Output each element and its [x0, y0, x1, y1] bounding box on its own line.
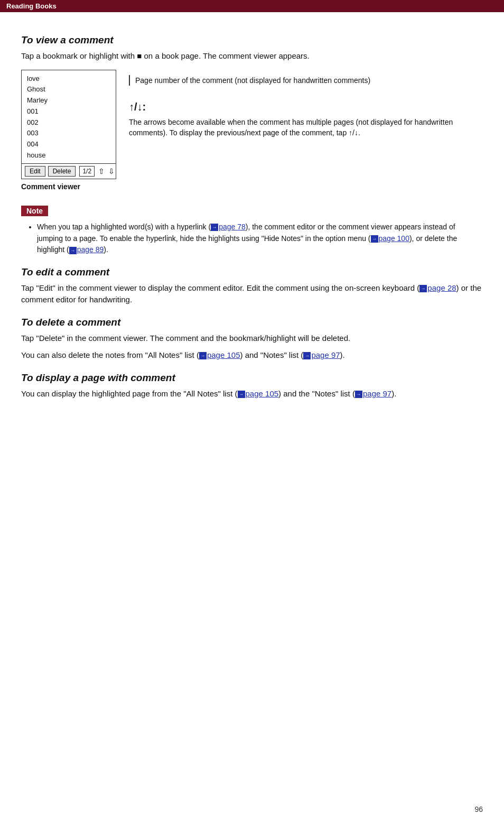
delete-body2-pre: You can also delete the notes from "All …: [21, 350, 199, 359]
note-link3[interactable]: page 89: [77, 245, 104, 254]
display-page-body: You can display the highlighted page fro…: [21, 388, 483, 400]
delete-comment-body2: You can also delete the notes from "All …: [21, 349, 483, 362]
main-content: To view a comment Tap a bookmark or high…: [0, 12, 504, 426]
page-indicator: 1/2: [79, 166, 95, 177]
view-comment-body1: Tap a bookmark or highlight with: [21, 51, 135, 60]
header-label: Reading Books: [6, 2, 57, 10]
display-body-pre: You can display the highlighted page fro…: [21, 389, 238, 398]
link-icon-3: →: [69, 247, 77, 254]
list-item: Marley: [27, 95, 110, 106]
link-icon-d2: →: [303, 352, 311, 359]
note-item-1: When you tap a highlighted word(s) with …: [37, 221, 483, 256]
list-item: Ghost: [27, 84, 110, 95]
link-icon-1: →: [211, 224, 218, 231]
delete-link2[interactable]: page 97: [311, 350, 340, 359]
link-icon-dp2: →: [355, 391, 362, 398]
comment-viewer-annotations: Page number of the comment (not displaye…: [129, 70, 483, 138]
comment-viewer-list: love Ghost Marley 001 002 003 004 house: [22, 70, 116, 163]
annotation2-text: The arrows become available when the com…: [129, 117, 483, 138]
page-number: 96: [474, 805, 483, 813]
note-label: Note: [21, 206, 48, 216]
link-icon-edit: →: [419, 285, 427, 292]
display-link2[interactable]: page 97: [363, 389, 391, 398]
edit-comment-body: Tap "Edit" in the comment viewer to disp…: [21, 282, 483, 306]
note-bullet1-end: ).: [104, 245, 108, 254]
list-item: 004: [27, 139, 110, 150]
header-bar: Reading Books: [0, 0, 504, 12]
section-edit-comment-title: To edit a comment: [21, 266, 483, 278]
comment-viewer-illustration: love Ghost Marley 001 002 003 004 house …: [21, 70, 116, 191]
list-item: love: [27, 73, 110, 85]
comment-viewer-box: love Ghost Marley 001 002 003 004 house …: [21, 70, 116, 179]
edit-link1[interactable]: page 28: [427, 283, 456, 292]
link-icon-d1: →: [199, 352, 207, 359]
note-list: When you tap a highlighted word(s) with …: [21, 221, 483, 256]
arrow-symbol: ↑/↓:: [129, 99, 483, 115]
delete-body2-mid: ) and "Notes" list (: [240, 350, 304, 359]
display-body-mid: ) and the "Notes" list (: [278, 389, 355, 398]
annotation1-text: Page number of the comment (not displaye…: [135, 76, 370, 85]
link-icon-2: →: [371, 235, 378, 243]
note-link1[interactable]: page 78: [219, 223, 246, 231]
view-comment-body2: on a book page. The comment viewer appea…: [144, 51, 310, 60]
edit-body-pre: Tap "Edit" in the comment viewer to disp…: [21, 283, 419, 292]
link-icon-dp1: →: [238, 391, 245, 398]
display-link1[interactable]: page 105: [246, 389, 279, 398]
down-arrow-icon[interactable]: ⇩: [108, 167, 115, 175]
section-delete-comment-title: To delete a comment: [21, 317, 483, 328]
view-comment-body: Tap a bookmark or highlight with ■ on a …: [21, 50, 483, 62]
annotation-arrows: ↑/↓: The arrows become available when th…: [129, 99, 483, 138]
note-link2[interactable]: page 100: [379, 234, 409, 243]
comment-viewer-label: Comment viewer: [21, 182, 116, 191]
list-item: 001: [27, 106, 110, 117]
delete-body2-end: ).: [340, 350, 345, 359]
delete-link1[interactable]: page 105: [207, 350, 240, 359]
list-item: 002: [27, 117, 110, 128]
view-comment-icon: ■: [137, 51, 142, 60]
list-item: house: [27, 150, 110, 161]
edit-button[interactable]: Edit: [25, 166, 45, 177]
delete-comment-body1: Tap "Delete" in the comment viewer. The …: [21, 332, 483, 345]
comment-viewer-area: love Ghost Marley 001 002 003 004 house …: [21, 70, 483, 191]
comment-viewer-footer: Edit Delete 1/2 ⇧ ⇩: [22, 163, 116, 179]
up-arrow-icon[interactable]: ⇧: [98, 167, 105, 175]
section-display-page-title: To display a page with comment: [21, 372, 483, 384]
display-body-end: ).: [391, 389, 396, 398]
section-view-comment-title: To view a comment: [21, 34, 483, 46]
delete-button[interactable]: Delete: [48, 166, 76, 177]
list-item: 003: [27, 128, 110, 139]
annotation-page-number: Page number of the comment (not displaye…: [129, 75, 483, 86]
note-bullet1-pre: When you tap a highlighted word(s) with …: [37, 223, 211, 231]
